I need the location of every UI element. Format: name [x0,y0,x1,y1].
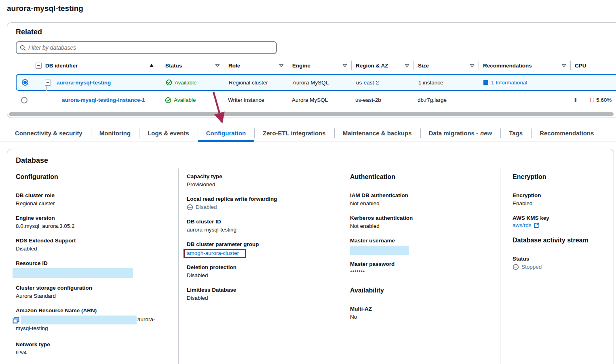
informational-icon [483,80,488,85]
field-multi-az: Multi-AZ No [350,305,496,321]
header-db-identifier[interactable]: DB identifier [33,61,161,70]
copy-icon[interactable] [13,317,19,324]
field-arn: Amazon Resource Name (ARN) aurora- mysql… [16,307,169,332]
field-deletion-protection: Deletion protection Disabled [187,263,332,280]
field-encryption: Encryption Enabled [513,191,610,208]
radio-cluster-selected[interactable] [22,79,28,86]
encryption-column: Encryption Encryption Enabled AWS KMS ke… [513,173,610,278]
database-filter[interactable] [16,41,277,54]
cell-role: Writer instance [224,91,288,109]
field-aws-kms-key: AWS KMS key aws/rds [513,214,610,228]
field-resource-id: Resource ID [16,259,169,278]
authentication-heading: Authentication [350,173,496,181]
related-heading: Related [16,28,42,36]
tab-configuration[interactable]: Configuration [198,125,254,141]
field-db-cluster-role: DB cluster role Regional cluster [16,191,169,208]
cell-region: us-east-2 [352,75,414,90]
database-activity-stream-heading: Database activity stream [513,237,610,244]
authentication-column: Authentication IAM DB authentication Not… [350,173,496,328]
header-size[interactable]: Size [413,61,479,70]
annotation-box: amogh-aurora-cluster [184,249,246,258]
field-engine-version: Engine version 8.0.mysql_aurora.3.05.2 [16,214,169,230]
row-collapse-toggle[interactable] [45,80,51,86]
configuration-column: Configuration DB cluster role Regional c… [16,173,169,363]
cluster-link[interactable]: aurora-mysql-testing [57,80,111,86]
horizontal-scrollbar[interactable] [9,112,614,116]
field-db-cluster-parameter-group: DB cluster parameter group amogh-aurora-… [187,240,332,258]
check-circle-icon [166,79,172,86]
page-title: aurora-mysql-testing [7,4,83,13]
configuration-heading: Configuration [16,173,169,181]
tab-tags[interactable]: Tags [500,125,531,141]
cell-engine: Aurora MySQL [289,75,352,90]
field-kerberos-authentication: Kerberos authentication Not enabled [350,214,496,230]
cell-region: us-east-2b [351,91,413,109]
cpu-usage-label: 5.60% [596,97,612,103]
search-icon [20,45,26,51]
parameter-group-link[interactable]: amogh-aurora-cluster [187,250,239,256]
field-capacity-type: Capacity type Provisioned [187,173,332,189]
field-master-password: Master password ******* [350,260,496,276]
redacted-resource-id [13,268,133,278]
tab-connectivity-security[interactable]: Connectivity & security [6,125,91,141]
check-circle-icon [165,97,171,103]
filter-icon[interactable] [405,64,409,67]
field-activity-stream-status: Status Stopped [513,255,610,271]
sort-ascending-icon[interactable] [150,64,154,67]
availability-heading: Availability [350,287,496,294]
database-panel: Database Configuration DB cluster role R… [7,149,614,364]
header-region-az[interactable]: Region & AZ [351,61,413,70]
field-network-type: Network type IPv4 [16,341,169,357]
minus-circle-icon [513,264,519,270]
kms-key-link[interactable]: aws/rds [513,222,532,228]
table-row-instance[interactable]: aurora-mysql-testing-instance-1 Availabl… [16,91,616,109]
related-panel: Related DB identifier Status Role Engine [7,22,616,118]
redacted-master-username [350,246,409,255]
field-local-read-replica-write-forwarding: Local read replica write forwarding Disa… [187,195,332,211]
filter-icon[interactable] [215,64,220,67]
instance-link[interactable]: aurora-mysql-testing-instance-1 [62,97,145,103]
detail-tabs: Connectivity & security Monitoring Logs … [0,125,616,141]
cell-engine: Aurora MySQL [288,91,351,109]
filter-icon[interactable] [342,64,347,67]
field-cluster-storage-configuration: Cluster storage configuration Aurora Sta… [16,284,169,300]
field-iam-db-authentication: IAM DB authentication Not enabled [350,191,496,208]
capacity-column: Capacity type Provisioned Local read rep… [187,173,332,309]
header-recommendations[interactable]: Recommendations [479,61,570,70]
cell-size: db.r7g.large [413,91,479,109]
radio-instance[interactable] [21,97,27,103]
external-link-icon [534,223,539,228]
status-available: Available [166,79,197,86]
tab-recommendations[interactable]: Recommendations [531,125,602,141]
informational-link[interactable]: 1 Informational [491,80,527,86]
header-status[interactable]: Status [161,61,224,70]
header-cpu[interactable]: CPU [570,61,616,70]
cell-role: Regional cluster [225,75,289,90]
header-engine[interactable]: Engine [288,61,351,70]
column-divider [500,168,500,364]
filter-icon[interactable] [470,64,475,67]
encryption-heading: Encryption [513,173,610,181]
tab-monitoring[interactable]: Monitoring [91,125,139,141]
header-role[interactable]: Role [224,61,288,70]
field-rds-extended-support: RDS Extended Support Disabled [16,237,169,253]
redacted-arn [21,316,137,324]
filter-icon[interactable] [279,64,284,67]
collapse-all-toggle[interactable] [36,63,42,69]
status-available: Available [165,97,196,103]
table-row-cluster[interactable]: aurora-mysql-testing Available Regional … [16,74,616,91]
table-header: DB identifier Status Role Engine Region … [16,59,616,72]
cpu-usage-bar [574,98,594,102]
tab-zero-etl-integrations[interactable]: Zero-ETL integrations [254,125,334,141]
filter-input[interactable] [28,44,273,51]
column-divider [178,168,179,364]
tab-logs-events[interactable]: Logs & events [139,125,198,141]
filter-icon[interactable] [561,64,566,67]
cell-cpu: - [571,75,616,90]
minus-circle-icon [187,204,193,210]
tab-maintenance-backups[interactable]: Maintenance & backups [334,125,420,141]
field-limitless-database: Limitless Database Disabled [187,286,332,302]
column-divider [336,168,336,364]
field-db-cluster-id: DB cluster ID aurora-mysql-testing [187,218,332,234]
tab-data-migrations[interactable]: Data migrations -new [420,125,501,141]
